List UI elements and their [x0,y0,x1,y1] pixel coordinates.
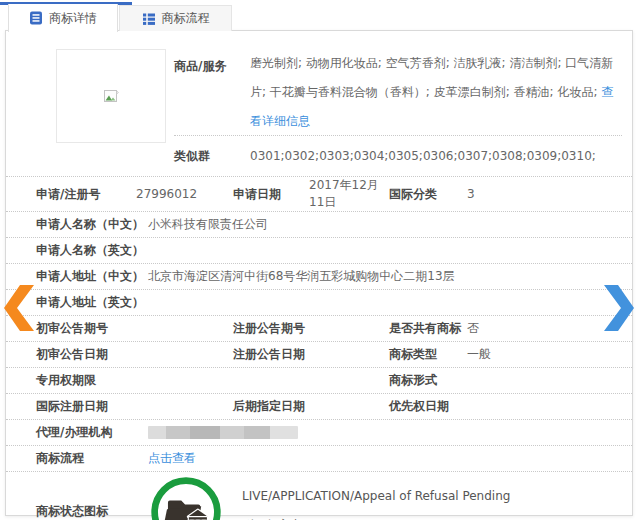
process-row: 商标流程 点击查看 [6,446,632,472]
app-number-value: 27996012 [136,187,233,201]
tab-trademark-detail[interactable]: 商标详情 [8,4,118,32]
tab-label: 商标详情 [49,10,97,27]
gazette-date-row: 初审公告日期 注册公告日期 商标类型 一般 [6,342,632,368]
goods-label: 商品/服务 [174,49,250,75]
top-section: 商品/服务 磨光制剂; 动物用化妆品; 空气芳香剂; 洁肤乳液; 清洁制剂; 口… [6,31,632,176]
broken-image-icon [104,90,119,103]
list-icon [142,12,156,26]
next-arrow[interactable] [602,283,636,333]
app-date-label: 申请日期 [233,186,309,203]
applicant-address-cn-row: 申请人地址（中文） 北京市海淀区清河中街68号华润五彩城购物中心二期13层 [6,264,632,290]
goods-section: 商品/服务 磨光制剂; 动物用化妆品; 空气芳香剂; 洁肤乳液; 清洁制剂; 口… [174,49,622,176]
tab-bar: 商标详情 商标流程 [0,0,640,31]
intl-class-label: 国际分类 [389,186,467,203]
applicant-address-en-row: 申请人地址（英文） [6,290,632,316]
agency-row: 代理/办理机构 [6,420,632,446]
app-date-value: 2017年12月11日 [309,177,389,211]
trademark-status-icon [148,474,224,520]
trademark-image [56,49,166,143]
intl-registration-row: 国际注册日期 后期指定日期 优先权日期 [6,394,632,420]
tab-label: 商标流程 [162,10,210,27]
app-number-label: 申请/注册号 [36,186,136,203]
status-row: 商标状态图标 LIVE/APPLICATION/Appeal of Refusa… [6,472,632,520]
similar-group-row: 类似群 0301;0302;0303;0304;0305;0306;0307;0… [174,136,622,176]
status-label: 商标状态图标 [36,503,141,520]
similar-group-value: 0301;0302;0303;0304;0305;0306;0307;0308;… [250,149,596,163]
goods-row: 商品/服务 磨光制剂; 动物用化妆品; 空气芳香剂; 洁肤乳液; 清洁制剂; 口… [174,49,622,135]
gazette-number-row: 初审公告期号 注册公告期号 是否共有商标 否 [6,316,632,342]
document-icon [29,11,43,25]
applicant-name-en-row: 申请人名称（英文） [6,238,632,264]
applicant-name-cn-row: 申请人名称（中文） 小米科技有限责任公司 [6,212,632,238]
goods-value: 磨光制剂; 动物用化妆品; 空气芳香剂; 洁肤乳液; 清洁制剂; 口气清新片; … [250,49,622,135]
intl-class-value: 3 [467,187,622,201]
tab-trademark-process[interactable]: 商标流程 [119,5,232,31]
agency-redacted-value [148,426,298,439]
trademark-detail-panel: 商品/服务 磨光制剂; 动物用化妆品; 空气芳香剂; 洁肤乳液; 清洁制剂; 口… [5,30,633,516]
similar-group-label: 类似群 [174,148,250,165]
status-text-en: LIVE/APPLICATION/Appeal of Refusal Pendi… [242,489,510,503]
exclusive-right-row: 专用权期限 商标形式 [6,368,632,394]
registration-row: 申请/注册号 27996012 申请日期 2017年12月11日 国际分类 3 [6,177,632,212]
previous-arrow[interactable] [2,283,36,333]
click-to-view-link[interactable]: 点击查看 [148,451,196,465]
